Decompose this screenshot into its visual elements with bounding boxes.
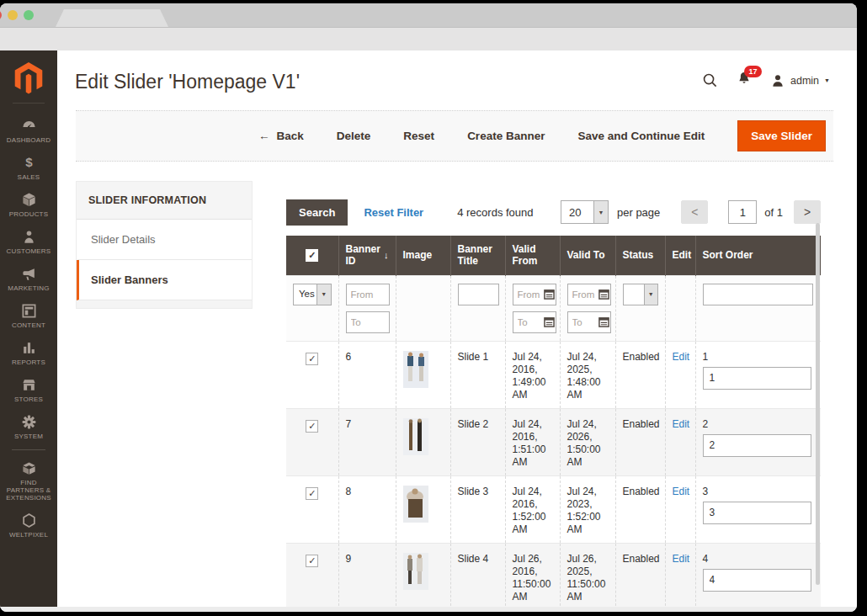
calendar-icon[interactable] (598, 289, 609, 300)
back-button[interactable]: ←Back (258, 130, 304, 142)
search-icon[interactable] (702, 72, 718, 88)
reset-filter-link[interactable]: Reset Filter (364, 206, 423, 219)
sidebar-item-label: SALES (18, 173, 40, 181)
valid-to: Jul 24, 2026, 1:50:00 AM (560, 408, 615, 475)
sidebar-divider (12, 449, 45, 450)
sidebar-item-label: SYSTEM (14, 433, 43, 440)
records-found-text: 4 records found (457, 206, 533, 219)
page-header: Edit Slider 'Homepage V1' 17 admin ▼ (57, 50, 857, 110)
back-arrow-icon: ← (258, 130, 270, 142)
column-header-sort-order[interactable]: Sort Order (695, 236, 821, 275)
column-header-image[interactable]: Image (396, 236, 450, 275)
create-banner-button[interactable]: Create Banner (467, 130, 545, 142)
valid-to: Jul 24, 2025, 1:48:00 AM (560, 341, 615, 408)
sidebar-item-label: FIND PARTNERS & EXTENSIONS (2, 479, 56, 502)
valid-to: Jul 24, 2023, 1:52:00 AM (560, 475, 615, 543)
magento-logo[interactable] (0, 50, 57, 112)
sidebar-item-label: CUSTOMERS (7, 247, 51, 255)
sidebar-item-reports[interactable]: REPORTS (0, 334, 57, 371)
sidebar-item-find-partners[interactable]: FIND PARTNERS & EXTENSIONS (0, 454, 57, 507)
vertical-scrollbar[interactable] (816, 223, 820, 585)
divider (13, 103, 45, 104)
filter-id-from-input[interactable] (346, 284, 390, 305)
valid-from: Jul 24, 2016, 1:51:00 AM (505, 408, 560, 475)
previous-page-button[interactable]: < (681, 200, 708, 224)
search-button[interactable]: Search (286, 199, 348, 226)
storefront-icon (21, 377, 37, 393)
page-number-input[interactable] (728, 200, 757, 224)
edit-link[interactable]: Edit (673, 418, 690, 430)
per-page-select[interactable]: 20 ▼ (561, 200, 609, 224)
calendar-icon[interactable] (544, 316, 555, 327)
row-checkbox[interactable]: ✓ (306, 353, 318, 365)
sidebar-item-system[interactable]: SYSTEM (0, 408, 57, 445)
banner-id: 7 (338, 408, 396, 475)
sort-order-input[interactable] (703, 502, 811, 524)
panel-title: SLIDER INFORMATION (77, 182, 252, 220)
chevron-down-icon: ▼ (644, 284, 657, 305)
column-header-valid-from[interactable]: Valid From (505, 236, 560, 275)
table-row: ✓ 8 Slide 3 Jul 24, 2016, 1:52:00 AM Jul… (286, 475, 821, 543)
close-window-button[interactable] (0, 10, 2, 20)
delete-button[interactable]: Delete (337, 130, 371, 142)
sort-order-input[interactable] (703, 569, 811, 592)
page-actions: ←Back Delete Reset Create Banner Save an… (76, 110, 833, 162)
sidebar-item-sales[interactable]: $ SALES (0, 149, 57, 186)
admin-username: admin (790, 75, 819, 87)
sidebar-item-marketing[interactable]: MARKETING (0, 260, 57, 297)
tab-slider-details[interactable]: Slider Details (77, 220, 252, 260)
column-header-valid-to[interactable]: Valid To (560, 236, 615, 275)
zoom-window-button[interactable] (24, 10, 34, 20)
sidebar-item-label: REPORTS (12, 358, 45, 366)
chevron-down-icon: ▼ (593, 201, 608, 223)
column-header-banner-title[interactable]: Banner Title (450, 236, 505, 275)
calendar-icon[interactable] (544, 289, 555, 300)
chevron-down-icon: ▼ (316, 284, 331, 305)
sidebar-item-label: MARKETING (8, 284, 49, 292)
sidebar-item-content[interactable]: CONTENT (0, 297, 57, 334)
edit-link[interactable]: Edit (673, 486, 690, 497)
person-icon (21, 229, 37, 245)
per-page-label: per page (617, 206, 660, 219)
filter-id-to-input[interactable] (346, 311, 390, 333)
edit-link[interactable]: Edit (673, 553, 690, 565)
sidebar-item-products[interactable]: PRODUCTS (0, 186, 57, 223)
filter-status-select[interactable]: ▼ (623, 284, 658, 305)
bar-chart-icon (21, 340, 37, 356)
row-checkbox[interactable]: ✓ (306, 420, 318, 433)
next-page-button[interactable]: > (794, 200, 821, 224)
column-header-banner-id[interactable]: Banner ID↓ (346, 243, 389, 267)
minimize-window-button[interactable] (8, 10, 18, 20)
sort-order-value: 4 (703, 553, 815, 566)
sidebar-item-stores[interactable]: STORES (0, 371, 57, 408)
sidebar-item-customers[interactable]: CUSTOMERS (0, 223, 57, 260)
reset-button[interactable]: Reset (403, 130, 434, 142)
sort-order-input[interactable] (703, 367, 811, 390)
sort-order-input[interactable] (703, 434, 811, 457)
per-page-value: 20 (561, 201, 593, 223)
box-icon (21, 192, 37, 208)
notification-badge: 17 (744, 66, 762, 77)
sort-desc-icon: ↓ (384, 250, 389, 260)
row-checkbox[interactable]: ✓ (306, 487, 318, 500)
page-title: Edit Slider 'Homepage V1' (75, 71, 300, 93)
filter-title-input[interactable] (458, 284, 499, 305)
sidebar-item-weltpixel[interactable]: WELTPIXEL (0, 507, 57, 544)
filter-selected-select[interactable]: Yes▼ (293, 284, 332, 305)
edit-link[interactable]: Edit (673, 351, 690, 363)
filter-sort-order-input[interactable] (703, 284, 813, 305)
sidebar-item-dashboard[interactable]: DASHBOARD (0, 112, 57, 149)
save-slider-button[interactable]: Save Slider (737, 120, 826, 151)
browser-titlebar (0, 3, 857, 27)
sort-order-value: 2 (703, 418, 815, 431)
column-header-status[interactable]: Status (615, 236, 665, 275)
notifications-button[interactable]: 17 (737, 71, 752, 90)
calendar-icon[interactable] (598, 316, 609, 327)
browser-tab[interactable] (56, 9, 168, 27)
save-and-continue-button[interactable]: Save and Continue Edit (577, 130, 705, 142)
admin-menu[interactable]: admin ▼ (770, 73, 830, 88)
select-all-checkbox[interactable]: ✓ (306, 249, 318, 262)
row-checkbox[interactable]: ✓ (306, 555, 318, 567)
tab-slider-banners[interactable]: Slider Banners (77, 260, 252, 300)
banner-thumbnail (403, 418, 428, 455)
